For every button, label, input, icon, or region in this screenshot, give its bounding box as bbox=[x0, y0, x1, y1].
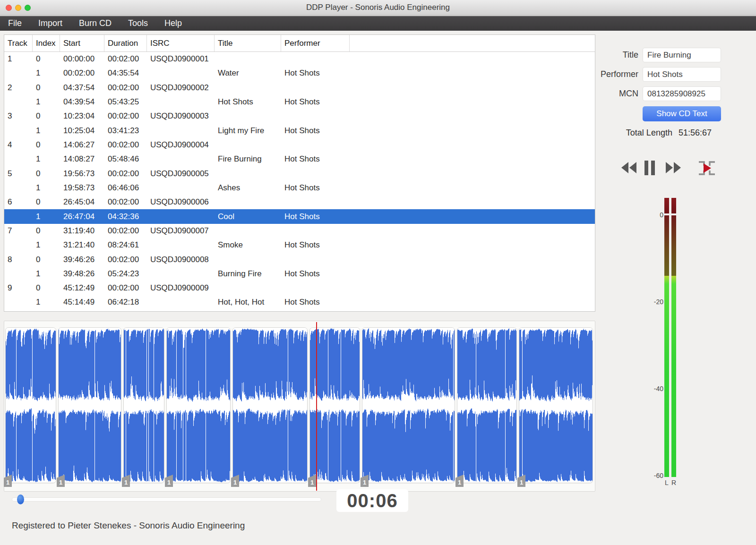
waveform-segment-track-8[interactable] bbox=[457, 327, 517, 483]
performer-input[interactable] bbox=[643, 67, 721, 82]
pause-button[interactable] bbox=[644, 161, 656, 177]
mcn-field-row: MCN bbox=[600, 86, 721, 101]
time-display: 00:06 bbox=[336, 489, 408, 512]
cell-isrc: USQDJ0900006 bbox=[147, 197, 215, 207]
seek-slider-track[interactable] bbox=[12, 497, 321, 502]
minimize-button[interactable] bbox=[15, 5, 21, 11]
menu-item-help[interactable]: Help bbox=[164, 18, 182, 28]
column-header-title[interactable]: Title bbox=[215, 35, 281, 51]
table-row[interactable]: 9045:12:4900:02:00USQDJ0900009 bbox=[4, 281, 595, 295]
clip-indicator-right bbox=[671, 198, 676, 213]
cell-duration: 00:02:00 bbox=[104, 283, 147, 293]
table-row[interactable]: 126:47:0404:32:36CoolHot Shots bbox=[4, 209, 595, 223]
menu-item-file[interactable]: File bbox=[8, 18, 22, 28]
cell-title: Light my Fire bbox=[215, 126, 281, 136]
table-row[interactable]: 145:14:4906:42:18Hot, Hot, HotHot Shots bbox=[4, 295, 595, 309]
cell-duration: 03:41:23 bbox=[104, 126, 147, 136]
waveform-segment-track-1[interactable] bbox=[5, 327, 56, 483]
show-cd-text-button[interactable]: Show CD Text bbox=[643, 106, 721, 121]
waveform-segment-track-2[interactable] bbox=[58, 327, 121, 483]
waveform-segment-track-3[interactable] bbox=[123, 327, 164, 483]
cell-index: 0 bbox=[33, 226, 60, 236]
cell-index: 0 bbox=[33, 54, 60, 64]
status-bar: Registered to Pieter Stenekes - Sonoris … bbox=[12, 520, 245, 531]
column-header-isrc[interactable]: ISRC bbox=[147, 35, 215, 51]
rewind-button[interactable] bbox=[620, 162, 637, 175]
table-row[interactable]: 110:25:0403:41:23Light my FireHot Shots bbox=[4, 124, 595, 138]
cell-start: 45:14:49 bbox=[60, 298, 104, 307]
table-header: TrackIndexStartDurationISRCTitlePerforme… bbox=[4, 35, 595, 52]
cell-isrc: USQDJ0900009 bbox=[147, 283, 215, 293]
column-header-start[interactable]: Start bbox=[60, 35, 104, 51]
table-row[interactable]: 114:08:2705:48:46Fire BurningHot Shots bbox=[4, 152, 595, 166]
cell-index: 1 bbox=[33, 298, 60, 307]
table-row[interactable]: 5019:56:7300:02:00USQDJ0900005 bbox=[4, 167, 595, 181]
cell-start: 26:45:04 bbox=[60, 197, 104, 207]
cell-track: 9 bbox=[4, 283, 33, 293]
menu-item-import[interactable]: Import bbox=[38, 18, 62, 28]
waveform-segment-track-5[interactable] bbox=[232, 327, 308, 483]
cell-index: 1 bbox=[33, 68, 60, 78]
title-input[interactable] bbox=[643, 48, 721, 62]
cell-performer: Hot Shots bbox=[281, 68, 350, 78]
table-row[interactable]: 3010:23:0400:02:00USQDJ0900003 bbox=[4, 109, 595, 123]
table-row[interactable]: 8039:46:2600:02:00USQDJ0900008 bbox=[4, 252, 595, 266]
cell-performer: Hot Shots bbox=[281, 183, 350, 193]
meter-tick-0: 0 bbox=[647, 211, 663, 219]
seek-slider-thumb[interactable] bbox=[17, 494, 24, 504]
mcn-input[interactable] bbox=[643, 86, 721, 101]
cell-duration: 00:02:00 bbox=[104, 54, 147, 64]
waveform-canvas bbox=[457, 328, 516, 483]
cell-start: 31:19:40 bbox=[60, 226, 104, 236]
waveform-segment-track-6[interactable] bbox=[309, 327, 360, 483]
menu-items: FileImportBurn CDToolsHelp bbox=[0, 18, 182, 28]
cell-track: 4 bbox=[4, 140, 33, 150]
table-row[interactable]: 4014:06:2700:02:00USQDJ0900004 bbox=[4, 138, 595, 152]
table-row[interactable]: 100:02:0004:35:54WaterHot Shots bbox=[4, 66, 595, 80]
waveform-segment-track-4[interactable] bbox=[166, 327, 231, 483]
waveform-panel[interactable]: 111111111 bbox=[4, 321, 595, 492]
waveform-canvas bbox=[124, 328, 164, 483]
cell-title: Burning Fire bbox=[215, 269, 281, 279]
window-title: DDP Player - Sonoris Audio Engineering bbox=[306, 3, 450, 12]
meter-bar-left bbox=[664, 215, 669, 477]
cell-track: 7 bbox=[4, 226, 33, 236]
meter-tick--40: -40 bbox=[647, 385, 663, 392]
close-button[interactable] bbox=[6, 5, 12, 11]
zoom-button[interactable] bbox=[25, 5, 31, 11]
play-selection-icon bbox=[697, 160, 716, 176]
cell-title: Cool bbox=[215, 212, 281, 221]
table-row[interactable]: 2004:37:5400:02:00USQDJ0900002 bbox=[4, 81, 595, 95]
cell-duration: 00:02:00 bbox=[104, 83, 147, 93]
menu-item-burn-cd[interactable]: Burn CD bbox=[79, 18, 112, 28]
waveform-segment-track-9[interactable] bbox=[519, 327, 593, 483]
cell-start: 39:46:26 bbox=[60, 255, 104, 264]
table-row[interactable]: 1000:00:0000:02:00USQDJ0900001 bbox=[4, 52, 595, 66]
cell-index: 0 bbox=[33, 111, 60, 121]
cell-title: Water bbox=[215, 68, 281, 78]
table-row[interactable]: 7031:19:4000:02:00USQDJ0900007 bbox=[4, 224, 595, 238]
column-header-duration[interactable]: Duration bbox=[104, 35, 147, 51]
channel-label-right: R bbox=[671, 479, 676, 486]
column-header-index[interactable]: Index bbox=[33, 35, 60, 51]
cell-track: 5 bbox=[4, 169, 33, 179]
cell-start: 19:58:73 bbox=[60, 183, 104, 193]
cell-title: Ashes bbox=[215, 183, 281, 193]
table-row[interactable]: 139:48:2605:24:23Burning FireHot Shots bbox=[4, 267, 595, 281]
menu-item-tools[interactable]: Tools bbox=[128, 18, 148, 28]
table-row[interactable]: 119:58:7306:46:06AshesHot Shots bbox=[4, 181, 595, 195]
cell-duration: 08:24:61 bbox=[104, 240, 147, 250]
cell-isrc: USQDJ0900003 bbox=[147, 111, 215, 121]
waveform-segment-track-7[interactable] bbox=[362, 327, 455, 483]
fast-forward-button[interactable] bbox=[665, 162, 682, 175]
meter-dim-left bbox=[664, 215, 669, 276]
table-row[interactable]: 6026:45:0400:02:00USQDJ0900006 bbox=[4, 195, 595, 209]
cell-index: 1 bbox=[33, 269, 60, 279]
table-row[interactable]: 104:39:5405:43:25Hot ShotsHot Shots bbox=[4, 95, 595, 109]
menu-bar: FileImportBurn CDToolsHelp bbox=[0, 16, 756, 31]
column-header-track[interactable]: Track bbox=[4, 35, 33, 51]
play-selection-button[interactable] bbox=[697, 160, 716, 178]
column-header-performer[interactable]: Performer bbox=[281, 35, 350, 51]
cell-duration: 00:02:00 bbox=[104, 169, 147, 179]
table-row[interactable]: 131:21:4008:24:61SmokeHot Shots bbox=[4, 238, 595, 252]
